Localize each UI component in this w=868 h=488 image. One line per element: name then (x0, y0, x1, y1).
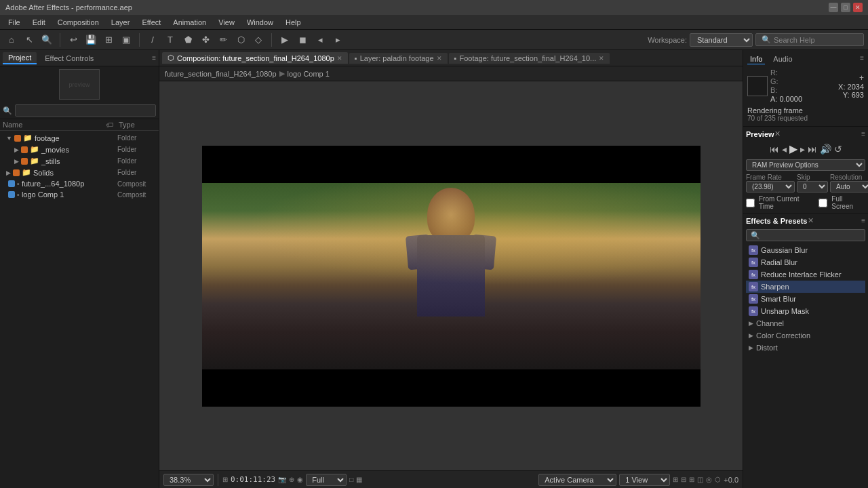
list-item[interactable]: ▶ 📁 _stills Folder (1, 155, 157, 167)
footage-close-icon[interactable]: ✕ (599, 55, 604, 62)
menu-help[interactable]: Help (280, 17, 307, 28)
menu-animation[interactable]: Animation (167, 17, 212, 28)
breadcrumb-item-2[interactable]: logo Comp 1 (288, 70, 330, 78)
preview-from-row: From Current Time Full Screen (746, 195, 865, 210)
effects-menu-icon[interactable]: ≡ (861, 217, 865, 224)
play-button[interactable]: ▶ (789, 142, 797, 155)
select-tool[interactable]: ↖ (22, 33, 37, 47)
guide-icon: ⊞ (689, 476, 694, 483)
grid-icon: ⊟ (681, 476, 686, 483)
loop-button[interactable]: ↺ (834, 144, 842, 155)
effect-icon: fx (749, 245, 758, 255)
list-item[interactable]: ▪ logo Comp 1 Composit (1, 189, 157, 200)
effects-title: Effects & Presets (746, 217, 808, 225)
quality-dropdown[interactable]: Full (306, 474, 347, 486)
effect-unsharp-mask[interactable]: fx Unsharp Mask (746, 305, 865, 317)
skip-dropdown[interactable]: 0 (797, 181, 828, 192)
stop-tool[interactable]: ◼ (295, 33, 310, 47)
preview-close-icon[interactable]: ✕ (774, 129, 781, 138)
tab-composition[interactable]: ⬡ Composition: future_section_final_H264… (162, 52, 348, 64)
tab-audio[interactable]: Audio (770, 54, 795, 64)
menu-layer[interactable]: Layer (106, 17, 136, 28)
preview-menu-icon[interactable]: ≡ (861, 130, 865, 138)
pen-tool[interactable]: / (145, 33, 160, 47)
render-tool[interactable]: ⊞ (101, 33, 116, 47)
from-current-checkbox[interactable] (746, 199, 755, 207)
menu-window[interactable]: Window (241, 17, 279, 28)
view-dropdown[interactable]: 1 View (619, 474, 670, 486)
effect-icon: fx (749, 258, 758, 267)
next-frame-tool[interactable]: ▸ (330, 33, 345, 47)
menu-view[interactable]: View (213, 17, 240, 28)
step-back-button[interactable]: ◂ (782, 144, 787, 155)
project-search-input[interactable] (15, 104, 156, 117)
category-channel[interactable]: ▶ Channel (746, 317, 865, 329)
active-camera-dropdown[interactable]: Active Camera (538, 474, 616, 486)
window-controls: — □ ✕ (829, 3, 863, 12)
effect-radial-blur[interactable]: fx Radial Blur (746, 256, 865, 268)
layer-close-icon[interactable]: ✕ (437, 55, 442, 62)
menu-edit[interactable]: Edit (27, 17, 51, 28)
maximize-button[interactable]: □ (841, 3, 850, 12)
breadcrumb-item-1[interactable]: future_section_final_H264_1080p (165, 70, 277, 78)
effect-reduce-interlace-flicker[interactable]: fx Reduce Interlace Flicker (746, 268, 865, 281)
type-tool[interactable]: T (163, 33, 178, 47)
item-type: Composit (117, 180, 155, 188)
effect-gaussian-blur[interactable]: fx Gaussian Blur (746, 244, 865, 256)
go-to-start-button[interactable]: ⏮ (770, 144, 779, 155)
brush-tool[interactable]: ✏ (216, 33, 231, 47)
list-item[interactable]: ▶ 📁 Solids Folder (1, 167, 157, 178)
tab-layer[interactable]: ▪ Layer: paladin footage ✕ (349, 53, 448, 64)
zoom-dropdown[interactable]: 38.3% (163, 474, 214, 486)
list-item[interactable]: ▶ 📁 _movies Folder (1, 144, 157, 155)
clone-tool[interactable]: ✤ (198, 33, 213, 47)
info-panel-menu[interactable]: ≡ (860, 54, 864, 64)
export-tool[interactable]: ▣ (119, 33, 134, 47)
item-color-dot (8, 180, 15, 187)
info-values: R: G: B: A: 0.0000 (770, 68, 835, 104)
go-to-end-button[interactable]: ⏭ (808, 144, 817, 155)
canvas-area[interactable] (159, 81, 743, 470)
search-tool[interactable]: 🔍 (39, 33, 54, 47)
play-tool[interactable]: ▶ (277, 33, 292, 47)
minimize-button[interactable]: — (829, 3, 838, 12)
category-color-correction[interactable]: ▶ Color Correction (746, 329, 865, 342)
eraser-tool[interactable]: ◇ (251, 33, 266, 47)
resolution-dropdown[interactable]: Auto (830, 181, 868, 192)
paint-tool[interactable]: ⬡ (233, 33, 248, 47)
tab-footage[interactable]: ▪ Footage: future_section_final_H264_10.… (449, 53, 610, 64)
workspace-dropdown[interactable]: Standard (690, 33, 753, 47)
menu-composition[interactable]: Composition (52, 17, 104, 28)
step-forward-button[interactable]: ▸ (800, 144, 805, 155)
category-distort[interactable]: ▶ Distort (746, 342, 865, 354)
mask-icon: ⬡ (715, 476, 721, 483)
effects-close-icon[interactable]: ✕ (808, 216, 814, 225)
search-help-input[interactable]: 🔍 Search Help (755, 33, 864, 46)
toolbar-separator-1 (60, 33, 60, 47)
prev-frame-tool[interactable]: ◂ (313, 33, 328, 47)
audio-button[interactable]: 🔊 (820, 144, 831, 155)
ram-preview-dropdown[interactable]: RAM Preview Options (746, 159, 865, 171)
frame-rate-dropdown[interactable]: (23.98) (746, 181, 795, 192)
effects-search-input[interactable] (746, 229, 865, 241)
list-item[interactable]: ▼ 📁 footage Folder (1, 132, 157, 144)
tab-info[interactable]: Info (747, 54, 765, 64)
effect-sharpen[interactable]: fx Sharpen (746, 281, 865, 293)
tab-project[interactable]: Project (3, 52, 37, 64)
close-button[interactable]: ✕ (853, 3, 863, 12)
menu-file[interactable]: File (3, 17, 26, 28)
effect-smart-blur[interactable]: fx Smart Blur (746, 293, 865, 305)
panel-menu-icon[interactable]: ≡ (152, 54, 156, 62)
undo-tool[interactable]: ↩ (66, 33, 81, 47)
full-screen-checkbox[interactable] (818, 199, 827, 207)
list-item[interactable]: ▪ future_...64_1080p Composit (1, 178, 157, 189)
effect-name: Gaussian Blur (761, 246, 808, 254)
save-tool[interactable]: 💾 (83, 33, 98, 47)
home-tool[interactable]: ⌂ (4, 33, 19, 47)
region-icon: □ (349, 476, 353, 483)
tab-effect-controls[interactable]: Effect Controls (39, 53, 99, 64)
shape-tool[interactable]: ⬟ (180, 33, 195, 47)
tab-label: Layer: paladin footage (360, 54, 434, 62)
comp-close-icon[interactable]: ✕ (337, 55, 342, 62)
menu-effect[interactable]: Effect (136, 17, 166, 28)
